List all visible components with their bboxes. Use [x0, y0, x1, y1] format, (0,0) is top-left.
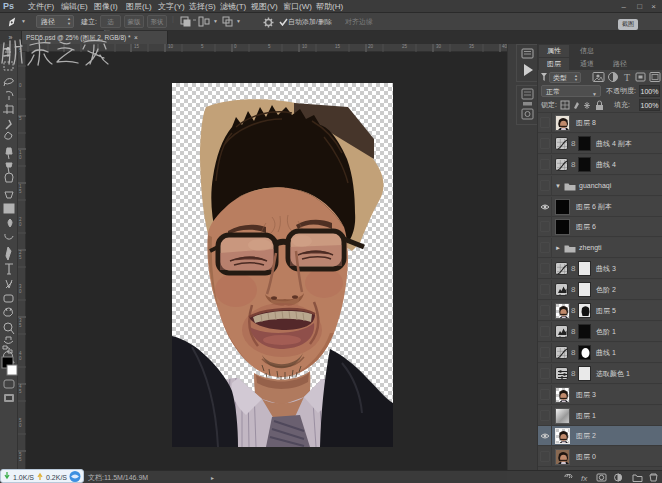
svg-text:T: T: [624, 72, 630, 83]
svg-text:1.0K/S: 1.0K/S: [13, 474, 34, 481]
svg-text:0.2K/S: 0.2K/S: [46, 474, 67, 481]
svg-text:fx: fx: [581, 474, 588, 483]
